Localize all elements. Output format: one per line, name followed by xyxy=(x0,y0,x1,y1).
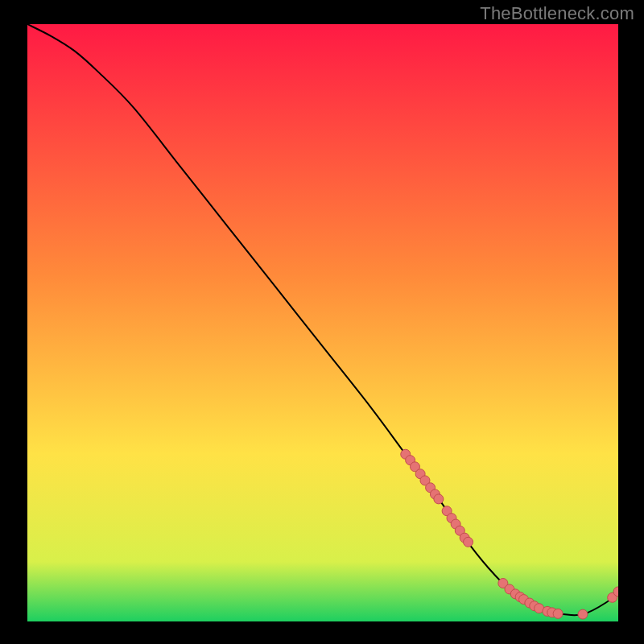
plot-svg xyxy=(27,24,618,621)
gradient-background xyxy=(27,24,618,621)
curve-marker xyxy=(553,609,563,618)
curve-marker xyxy=(464,537,473,547)
curve-marker xyxy=(578,609,588,619)
curve-marker xyxy=(434,494,444,504)
watermark-text: TheBottleneck.com xyxy=(480,3,634,24)
plot-area xyxy=(27,24,618,621)
chart-stage: TheBottleneck.com xyxy=(0,0,644,644)
